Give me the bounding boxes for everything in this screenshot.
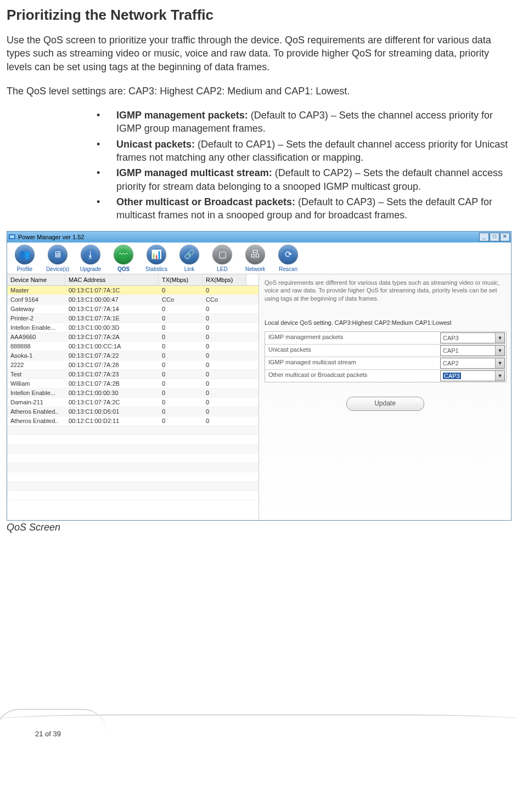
cell: 0 [203, 407, 246, 416]
cell: 0 [159, 416, 203, 425]
cell: 00:13:C1:00:D5:01 [65, 407, 159, 416]
table-row[interactable]: Damain-21100:13:C1:07:7A:2C00 [7, 398, 258, 407]
cell: 00:13:C1:00:CC:1A [65, 342, 159, 351]
cell: Intellon Enable... [7, 388, 65, 397]
update-button[interactable]: Update [346, 397, 424, 411]
list-item: Other multicast or Broadcast packets: (D… [116, 195, 510, 222]
cell: 0 [159, 388, 203, 397]
toolbar-label: Rescan [273, 266, 304, 272]
cell: CCo [159, 295, 203, 304]
table-row[interactable]: Test00:13:C1:07:7A:2300 [7, 370, 258, 379]
cell: 0 [159, 314, 203, 323]
cell: 0 [203, 360, 246, 369]
led-icon: ▢ [212, 245, 232, 264]
list-item: Unicast packets: (Default to CAP1) – Set… [116, 138, 510, 165]
profile-icon: 👥 [15, 245, 35, 264]
col-rx[interactable]: RX(Mbps) [203, 274, 246, 285]
table-row[interactable]: Gateway00:13:C1:07:7A:1400 [7, 304, 258, 314]
statistics-icon: 📊 [147, 245, 166, 264]
qos-settings-grid: IGMP management packetsCAP3▼Unicast pack… [265, 331, 507, 382]
minimize-button[interactable]: _ [479, 233, 489, 241]
toolbar-device-s-[interactable]: 🖥Device(s) [42, 245, 73, 274]
col-tx[interactable]: TX(Mbps) [159, 274, 203, 285]
list-item: IGMP management packets: (Default to CAP… [116, 109, 510, 136]
cell: 0 [203, 342, 246, 351]
cell: Damain-211 [7, 398, 65, 407]
table-row [7, 472, 258, 482]
table-row [7, 482, 258, 491]
chevron-down-icon: ▼ [495, 358, 504, 368]
svg-rect-1 [10, 235, 14, 238]
qos-select-value: CAP1 [443, 347, 459, 354]
table-row[interactable]: William00:13:C1:07:7A:2B00 [7, 379, 258, 388]
cell: 0 [203, 388, 246, 397]
toolbar-label: Link [174, 266, 205, 272]
cell: 0 [203, 332, 246, 341]
qos-select[interactable]: CAP3▼ [440, 370, 505, 381]
cell: 0 [203, 304, 246, 313]
cell: 0 [159, 351, 203, 360]
qos-row: IGMP management packetsCAP3▼ [265, 332, 506, 344]
cell: 0 [203, 416, 246, 425]
cell: 0 [159, 398, 203, 407]
cell: 0 [159, 286, 203, 295]
table-row[interactable]: Conf 916400:13:C1:00:00:47CCoCCo [7, 295, 258, 304]
toolbar-label: Statistics [141, 266, 172, 272]
toolbar-qos[interactable]: 〰QOS [108, 245, 139, 274]
qos-icon: 〰 [114, 245, 133, 264]
qos-row: IGMP managed multicast streamCAP2▼ [265, 357, 506, 369]
toolbar-upgrade[interactable]: ⭳Upgrade [75, 245, 106, 274]
table-row [7, 491, 258, 500]
qos-select[interactable]: CAP2▼ [440, 358, 505, 369]
table-row[interactable]: Master00:13:C1:07:7A:1C00 [7, 286, 258, 295]
cell: 0 [159, 360, 203, 369]
qos-pane: QoS requirements are different for vario… [259, 274, 511, 520]
toolbar-statistics[interactable]: 📊Statistics [141, 245, 172, 274]
toolbar-network[interactable]: 品Network [240, 245, 271, 274]
table-row[interactable]: Intellon Enable...00:13:C1:00:00:3000 [7, 388, 258, 398]
cell: 0 [203, 286, 246, 295]
qos-row-label: IGMP managed multicast stream [265, 357, 439, 369]
rescan-icon: ⟳ [278, 245, 298, 264]
chevron-down-icon: ▼ [495, 333, 504, 343]
cell: CCo [203, 295, 246, 304]
toolbar-profile[interactable]: 👥Profile [9, 245, 40, 274]
qos-description: QoS requirements are different for vario… [265, 279, 505, 303]
cell: Intellon Enable... [7, 323, 65, 332]
cell: 0 [159, 370, 203, 379]
maximize-button[interactable]: □ [490, 233, 499, 241]
table-row[interactable]: 222200:13:C1:07:7A:2800 [7, 360, 258, 370]
toolbar-led[interactable]: ▢LED [207, 245, 238, 274]
toolbar-rescan[interactable]: ⟳Rescan [273, 245, 304, 274]
col-device-name[interactable]: Device Name [7, 274, 65, 285]
toolbar: 👥Profile🖥Device(s)⭳Upgrade〰QOS📊Statistic… [7, 243, 511, 274]
window-buttons: _ □ ✕ [479, 233, 510, 241]
cell: 00:13:C1:00:00:30 [65, 388, 159, 397]
table-header: Device Name MAC Address TX(Mbps) RX(Mbps… [7, 274, 258, 286]
cell: Conf 9164 [7, 295, 65, 304]
col-mac[interactable]: MAC Address [65, 274, 159, 285]
cell: 0 [159, 332, 203, 341]
table-row[interactable]: Atheros Enabled..00:12:C1:00:D2:1100 [7, 416, 258, 426]
cell: 0 [203, 351, 246, 360]
table-row[interactable]: AAA966000:13:C1:07:7A:2A00 [7, 332, 258, 342]
toolbar-label: Device(s) [42, 266, 73, 272]
app-window: Power Manager ver 1.52 _ □ ✕ 👥Profile🖥De… [7, 231, 512, 521]
table-row[interactable]: Asoka-100:13:C1:07:7A:2200 [7, 351, 258, 360]
table-row[interactable]: Atheros Enabled..00:13:C1:00:D5:0100 [7, 407, 258, 416]
toolbar-link[interactable]: 🔗Link [174, 245, 205, 274]
network-icon: 品 [245, 245, 265, 264]
qos-select-value: CAP3 [443, 373, 461, 379]
qos-select[interactable]: CAP3▼ [440, 332, 505, 343]
cell: AAA9660 [7, 332, 65, 341]
cell: 0 [203, 398, 246, 407]
definition-list: IGMP management packets: (Default to CAP… [7, 109, 510, 222]
toolbar-label: Network [240, 266, 271, 272]
table-row[interactable]: Printer-200:13:C1:07:7A:1E00 [7, 314, 258, 323]
table-row [7, 454, 258, 463]
table-row[interactable]: Intellon Enable...00:13:C1:00:00:3D00 [7, 323, 258, 332]
close-button[interactable]: ✕ [500, 233, 510, 241]
cell: Printer-2 [7, 314, 65, 323]
table-row[interactable]: 88888800:13:C1:00:CC:1A00 [7, 342, 258, 351]
qos-select[interactable]: CAP1▼ [440, 345, 505, 356]
